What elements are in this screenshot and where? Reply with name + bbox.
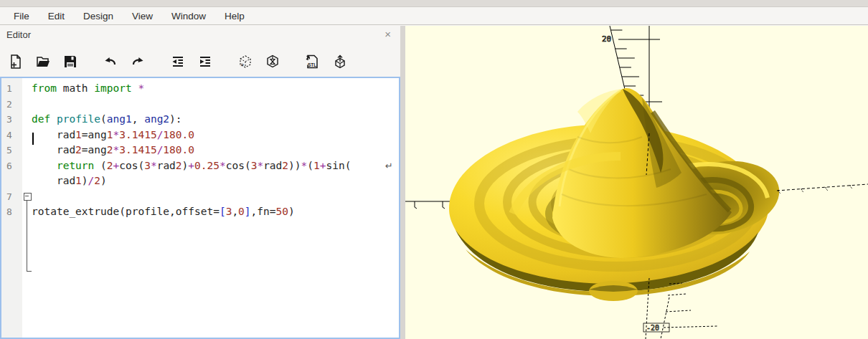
new-file-button[interactable] [7, 53, 24, 70]
editor-panel-header: Editor × [0, 26, 400, 46]
menu-bar: File Edit Design View Window Help [0, 7, 868, 25]
code-row: rad1)/2) [32, 173, 399, 189]
code-lines[interactable]: from math import *def profile(ang1, ang2… [32, 78, 399, 338]
line-number [1, 173, 22, 189]
menu-help[interactable]: Help [215, 9, 254, 23]
open-file-button[interactable] [34, 53, 52, 70]
panel-splitter[interactable] [400, 26, 405, 339]
z-axis-label: 20 [602, 34, 611, 44]
line-number: 2 [1, 97, 22, 113]
export-stl-icon: STL [304, 54, 321, 70]
export-stl-button[interactable]: STL [304, 53, 321, 70]
unindent-button[interactable] [169, 53, 187, 70]
undo-icon [103, 54, 118, 70]
code-row: def profile(ang1, ang2): [32, 112, 399, 128]
y-axis-negative [777, 184, 868, 194]
x-axis [405, 201, 451, 209]
3d-model [449, 88, 785, 301]
code-editor[interactable]: 12345678 from math import *def profile(a… [0, 77, 400, 339]
code-row [32, 97, 399, 113]
open-file-icon [35, 54, 51, 70]
code-row: from math import * [32, 81, 399, 97]
line-number: 5 [1, 143, 22, 158]
close-panel-button[interactable]: × [385, 28, 391, 41]
new-file-icon [8, 54, 24, 70]
fold-guide-line [27, 200, 27, 272]
redo-button[interactable] [129, 53, 146, 70]
line-number: 6 [1, 158, 22, 174]
text-caret [32, 133, 34, 145]
code-row: rad2=ang2*3.1415/180.0 [32, 143, 399, 158]
editor-toolbar: » STL [0, 46, 359, 77]
menu-design[interactable]: Design [74, 9, 123, 23]
line-number: 4 [1, 128, 22, 143]
menu-view[interactable]: View [123, 9, 162, 23]
save-icon [62, 54, 78, 70]
code-row: rotate_extrude(profile,offset=[3,0],fn=5… [32, 204, 399, 220]
line-number: 1 [1, 81, 22, 97]
indent-icon [197, 54, 213, 70]
view-model-button[interactable] [331, 53, 349, 70]
stl-icon-label: STL [308, 62, 316, 67]
fold-guide-end [27, 271, 32, 272]
code-row: return (2+cos(3*rad2)+0.25*cos(3*rad2))*… [32, 158, 399, 174]
render-icon [265, 54, 280, 70]
window-title-strip [0, 0, 868, 7]
line-wrap-icon: ↵ [385, 158, 393, 174]
indent-button[interactable] [197, 53, 214, 70]
line-number: 8 [1, 204, 22, 220]
preview-button[interactable]: » [237, 53, 254, 70]
line-number: 7 [1, 189, 22, 205]
menu-file[interactable]: File [4, 9, 39, 23]
editor-panel-title: Editor [6, 29, 31, 40]
render-button[interactable] [264, 53, 281, 70]
svg-text:-20: -20 [646, 324, 659, 332]
view-model-icon [332, 54, 348, 70]
svg-text:»: » [240, 61, 245, 68]
code-row: rad1=ang1*3.1415/180.0 [32, 128, 399, 143]
fold-marker-icon[interactable] [24, 193, 32, 201]
line-number: 3 [1, 112, 22, 128]
unindent-icon [170, 54, 186, 70]
3d-scene: 20 [405, 26, 868, 339]
code-row [32, 189, 399, 205]
preview-icon: » [237, 54, 253, 70]
menu-edit[interactable]: Edit [39, 9, 74, 23]
redo-icon [130, 54, 146, 70]
3d-viewport[interactable]: 20 [405, 26, 868, 339]
menu-window[interactable]: Window [162, 9, 215, 23]
save-button[interactable] [62, 53, 79, 70]
undo-button[interactable] [102, 53, 119, 70]
editor-panel: Editor × [0, 26, 400, 339]
gutter: 12345678 [1, 78, 22, 338]
